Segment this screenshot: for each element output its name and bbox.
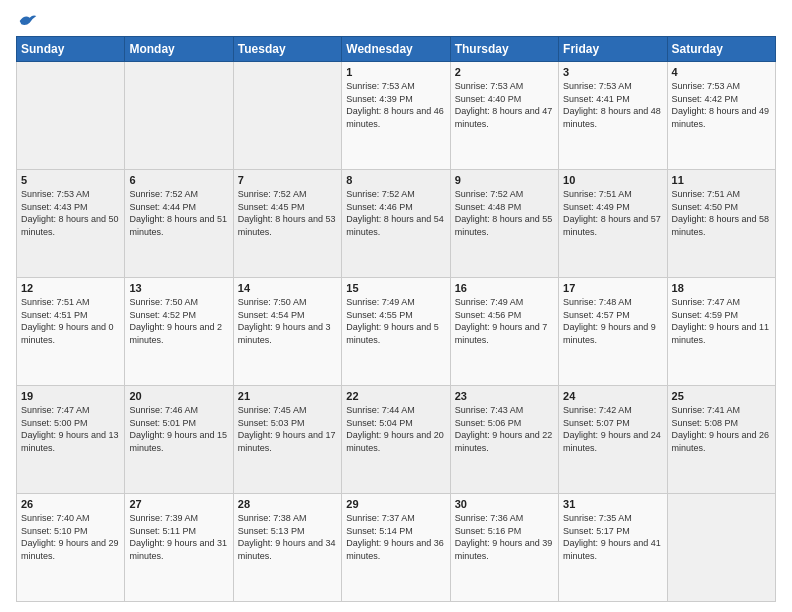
calendar-cell: 9Sunrise: 7:52 AM Sunset: 4:48 PM Daylig… [450, 170, 558, 278]
day-number: 1 [346, 66, 445, 78]
day-number: 3 [563, 66, 662, 78]
calendar-cell: 16Sunrise: 7:49 AM Sunset: 4:56 PM Dayli… [450, 278, 558, 386]
cell-content: Sunrise: 7:51 AM Sunset: 4:49 PM Dayligh… [563, 188, 662, 238]
dow-header-wednesday: Wednesday [342, 37, 450, 62]
cell-content: Sunrise: 7:41 AM Sunset: 5:08 PM Dayligh… [672, 404, 771, 454]
cell-content: Sunrise: 7:49 AM Sunset: 4:55 PM Dayligh… [346, 296, 445, 346]
cell-content: Sunrise: 7:50 AM Sunset: 4:54 PM Dayligh… [238, 296, 337, 346]
calendar-cell: 27Sunrise: 7:39 AM Sunset: 5:11 PM Dayli… [125, 494, 233, 602]
day-number: 25 [672, 390, 771, 402]
dow-header-friday: Friday [559, 37, 667, 62]
cell-content: Sunrise: 7:46 AM Sunset: 5:01 PM Dayligh… [129, 404, 228, 454]
cell-content: Sunrise: 7:47 AM Sunset: 5:00 PM Dayligh… [21, 404, 120, 454]
day-number: 27 [129, 498, 228, 510]
day-number: 11 [672, 174, 771, 186]
cell-content: Sunrise: 7:51 AM Sunset: 4:50 PM Dayligh… [672, 188, 771, 238]
day-number: 5 [21, 174, 120, 186]
calendar-cell: 20Sunrise: 7:46 AM Sunset: 5:01 PM Dayli… [125, 386, 233, 494]
cell-content: Sunrise: 7:40 AM Sunset: 5:10 PM Dayligh… [21, 512, 120, 562]
cell-content: Sunrise: 7:44 AM Sunset: 5:04 PM Dayligh… [346, 404, 445, 454]
calendar-cell: 30Sunrise: 7:36 AM Sunset: 5:16 PM Dayli… [450, 494, 558, 602]
cell-content: Sunrise: 7:52 AM Sunset: 4:44 PM Dayligh… [129, 188, 228, 238]
cell-content: Sunrise: 7:51 AM Sunset: 4:51 PM Dayligh… [21, 296, 120, 346]
cell-content: Sunrise: 7:35 AM Sunset: 5:17 PM Dayligh… [563, 512, 662, 562]
cell-content: Sunrise: 7:45 AM Sunset: 5:03 PM Dayligh… [238, 404, 337, 454]
calendar-cell: 25Sunrise: 7:41 AM Sunset: 5:08 PM Dayli… [667, 386, 775, 494]
logo [16, 12, 38, 30]
calendar-cell: 24Sunrise: 7:42 AM Sunset: 5:07 PM Dayli… [559, 386, 667, 494]
calendar-cell: 7Sunrise: 7:52 AM Sunset: 4:45 PM Daylig… [233, 170, 341, 278]
calendar-cell: 4Sunrise: 7:53 AM Sunset: 4:42 PM Daylig… [667, 62, 775, 170]
calendar-cell: 5Sunrise: 7:53 AM Sunset: 4:43 PM Daylig… [17, 170, 125, 278]
day-number: 17 [563, 282, 662, 294]
calendar-cell: 17Sunrise: 7:48 AM Sunset: 4:57 PM Dayli… [559, 278, 667, 386]
day-number: 4 [672, 66, 771, 78]
cell-content: Sunrise: 7:52 AM Sunset: 4:45 PM Dayligh… [238, 188, 337, 238]
calendar-cell: 1Sunrise: 7:53 AM Sunset: 4:39 PM Daylig… [342, 62, 450, 170]
calendar-cell: 26Sunrise: 7:40 AM Sunset: 5:10 PM Dayli… [17, 494, 125, 602]
calendar-table: SundayMondayTuesdayWednesdayThursdayFrid… [16, 36, 776, 602]
day-number: 19 [21, 390, 120, 402]
calendar-cell: 2Sunrise: 7:53 AM Sunset: 4:40 PM Daylig… [450, 62, 558, 170]
calendar-cell: 15Sunrise: 7:49 AM Sunset: 4:55 PM Dayli… [342, 278, 450, 386]
cell-content: Sunrise: 7:47 AM Sunset: 4:59 PM Dayligh… [672, 296, 771, 346]
dow-header-thursday: Thursday [450, 37, 558, 62]
calendar-cell [17, 62, 125, 170]
calendar-cell: 3Sunrise: 7:53 AM Sunset: 4:41 PM Daylig… [559, 62, 667, 170]
day-number: 14 [238, 282, 337, 294]
calendar-cell: 22Sunrise: 7:44 AM Sunset: 5:04 PM Dayli… [342, 386, 450, 494]
cell-content: Sunrise: 7:53 AM Sunset: 4:42 PM Dayligh… [672, 80, 771, 130]
day-number: 23 [455, 390, 554, 402]
calendar-cell: 18Sunrise: 7:47 AM Sunset: 4:59 PM Dayli… [667, 278, 775, 386]
day-number: 30 [455, 498, 554, 510]
day-number: 9 [455, 174, 554, 186]
calendar-cell [233, 62, 341, 170]
day-number: 31 [563, 498, 662, 510]
calendar-cell: 14Sunrise: 7:50 AM Sunset: 4:54 PM Dayli… [233, 278, 341, 386]
calendar-cell: 13Sunrise: 7:50 AM Sunset: 4:52 PM Dayli… [125, 278, 233, 386]
cell-content: Sunrise: 7:52 AM Sunset: 4:48 PM Dayligh… [455, 188, 554, 238]
dow-header-monday: Monday [125, 37, 233, 62]
cell-content: Sunrise: 7:43 AM Sunset: 5:06 PM Dayligh… [455, 404, 554, 454]
cell-content: Sunrise: 7:36 AM Sunset: 5:16 PM Dayligh… [455, 512, 554, 562]
logo-bird-icon [18, 12, 38, 30]
cell-content: Sunrise: 7:37 AM Sunset: 5:14 PM Dayligh… [346, 512, 445, 562]
calendar-cell: 23Sunrise: 7:43 AM Sunset: 5:06 PM Dayli… [450, 386, 558, 494]
cell-content: Sunrise: 7:50 AM Sunset: 4:52 PM Dayligh… [129, 296, 228, 346]
cell-content: Sunrise: 7:39 AM Sunset: 5:11 PM Dayligh… [129, 512, 228, 562]
day-number: 16 [455, 282, 554, 294]
day-number: 26 [21, 498, 120, 510]
day-number: 10 [563, 174, 662, 186]
dow-header-sunday: Sunday [17, 37, 125, 62]
cell-content: Sunrise: 7:49 AM Sunset: 4:56 PM Dayligh… [455, 296, 554, 346]
cell-content: Sunrise: 7:53 AM Sunset: 4:43 PM Dayligh… [21, 188, 120, 238]
day-number: 21 [238, 390, 337, 402]
day-number: 28 [238, 498, 337, 510]
calendar-cell: 19Sunrise: 7:47 AM Sunset: 5:00 PM Dayli… [17, 386, 125, 494]
calendar-cell [667, 494, 775, 602]
day-number: 2 [455, 66, 554, 78]
cell-content: Sunrise: 7:42 AM Sunset: 5:07 PM Dayligh… [563, 404, 662, 454]
day-number: 12 [21, 282, 120, 294]
calendar-cell: 6Sunrise: 7:52 AM Sunset: 4:44 PM Daylig… [125, 170, 233, 278]
calendar-cell: 28Sunrise: 7:38 AM Sunset: 5:13 PM Dayli… [233, 494, 341, 602]
day-number: 15 [346, 282, 445, 294]
day-number: 22 [346, 390, 445, 402]
calendar-cell: 12Sunrise: 7:51 AM Sunset: 4:51 PM Dayli… [17, 278, 125, 386]
calendar-cell: 8Sunrise: 7:52 AM Sunset: 4:46 PM Daylig… [342, 170, 450, 278]
dow-header-saturday: Saturday [667, 37, 775, 62]
cell-content: Sunrise: 7:53 AM Sunset: 4:39 PM Dayligh… [346, 80, 445, 130]
day-number: 6 [129, 174, 228, 186]
day-number: 29 [346, 498, 445, 510]
calendar-cell: 11Sunrise: 7:51 AM Sunset: 4:50 PM Dayli… [667, 170, 775, 278]
day-number: 24 [563, 390, 662, 402]
cell-content: Sunrise: 7:53 AM Sunset: 4:41 PM Dayligh… [563, 80, 662, 130]
calendar-cell [125, 62, 233, 170]
calendar-cell: 21Sunrise: 7:45 AM Sunset: 5:03 PM Dayli… [233, 386, 341, 494]
day-number: 13 [129, 282, 228, 294]
dow-header-tuesday: Tuesday [233, 37, 341, 62]
top-header [16, 12, 776, 30]
calendar-cell: 29Sunrise: 7:37 AM Sunset: 5:14 PM Dayli… [342, 494, 450, 602]
day-number: 20 [129, 390, 228, 402]
cell-content: Sunrise: 7:52 AM Sunset: 4:46 PM Dayligh… [346, 188, 445, 238]
